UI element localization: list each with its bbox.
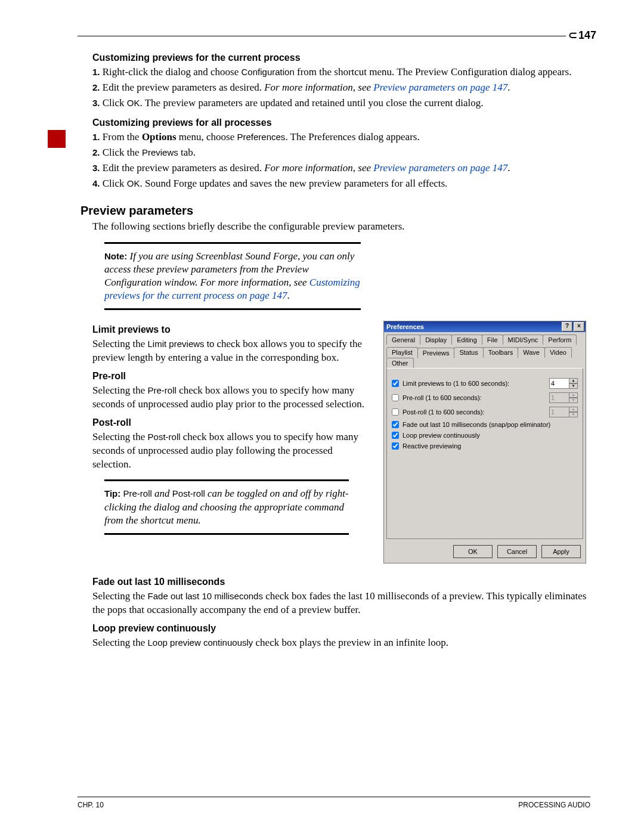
tab-other[interactable]: Other xyxy=(386,358,414,368)
dialog-tabs-row2: Playlist Previews Status Toolbars Wave V… xyxy=(384,345,586,368)
step-text: . xyxy=(507,82,510,93)
note-box: Note: If you are using Screenblast Sound… xyxy=(104,242,361,310)
checkbox-reactive[interactable] xyxy=(392,442,399,450)
heading-customize-all: Customizing previews for all processes xyxy=(92,117,590,128)
step-number: 1. xyxy=(92,67,100,77)
step-number: 3. xyxy=(92,98,100,108)
tab-perform[interactable]: Perform xyxy=(543,335,577,345)
step-text: menu, choose xyxy=(177,131,237,143)
heading-limit: Limit previews to xyxy=(92,324,373,335)
step-number: 1. xyxy=(92,132,100,142)
step-text: . The Preferences dialog appears. xyxy=(285,131,419,143)
step-text-italic: For more information, see xyxy=(264,162,373,174)
tab-editing[interactable]: Editing xyxy=(451,335,482,345)
spinner-preroll-value: ▲▼ xyxy=(549,392,578,403)
tab-file[interactable]: File xyxy=(482,335,503,345)
ui-label: Limit previews to xyxy=(148,339,215,349)
spin-down-icon: ▼ xyxy=(569,412,578,417)
body-text: Selecting the xyxy=(92,431,148,442)
page-footer: CHP. 10 PROCESSING AUDIO xyxy=(78,797,590,809)
step-item: 1. Right-click the dialog and choose Con… xyxy=(92,66,590,79)
input-limit-value[interactable] xyxy=(549,378,569,389)
tab-status[interactable]: Status xyxy=(454,347,483,358)
step-text: Edit the preview parameters as desired. xyxy=(103,162,264,174)
dialog-titlebar[interactable]: Preferences ? × xyxy=(384,321,586,332)
label-preroll: Pre-roll (1 to 600 seconds): xyxy=(402,394,482,401)
ui-label: OK xyxy=(127,98,140,108)
body-text: Selecting the xyxy=(92,637,148,648)
heading-loop: Loop preview continuously xyxy=(92,623,590,634)
close-button[interactable]: × xyxy=(574,322,584,332)
heading-customize-current: Customizing previews for the current pro… xyxy=(92,52,590,63)
heading-fade: Fade out last 10 milliseconds xyxy=(92,577,590,587)
ui-label: Preferences xyxy=(237,132,286,142)
top-rule xyxy=(78,36,596,36)
tab-wave[interactable]: Wave xyxy=(518,347,545,358)
preferences-dialog: Preferences ? × General Display Editing … xyxy=(383,321,586,563)
tab-previews[interactable]: Previews xyxy=(417,348,455,358)
steps-all: 1. From the Options menu, choose Prefere… xyxy=(92,131,590,191)
tab-general[interactable]: General xyxy=(386,335,420,345)
heading-postroll: Post-roll xyxy=(92,417,373,428)
body-text: Selecting the xyxy=(92,338,148,349)
ok-button[interactable]: OK xyxy=(453,545,493,558)
checkbox-postroll[interactable] xyxy=(392,408,399,416)
cross-ref-link[interactable]: Preview parameters xyxy=(373,162,455,174)
tab-display[interactable]: Display xyxy=(420,335,452,345)
step-text: . The preview parameters are updated and… xyxy=(140,97,484,109)
step-item: 3. Click OK. The preview parameters are … xyxy=(92,97,590,110)
chapter-thumbnail-icon xyxy=(48,130,66,148)
checkbox-loop-preview[interactable] xyxy=(392,432,399,439)
note-label: Note: xyxy=(104,251,127,261)
body-text: Selecting the xyxy=(92,590,148,602)
body-text: Selecting the xyxy=(92,385,148,396)
note-body: . xyxy=(287,290,289,301)
body-text: check box plays the preview in an infini… xyxy=(253,637,448,648)
tab-video[interactable]: Video xyxy=(544,347,572,358)
cancel-button[interactable]: Cancel xyxy=(497,545,537,558)
ui-label: Pre-roll xyxy=(123,488,151,498)
para-loop: Selecting the Loop preview continuously … xyxy=(92,636,590,650)
spin-down-icon[interactable]: ▼ xyxy=(569,383,578,389)
step-text: Click xyxy=(103,178,127,189)
step-text: Click xyxy=(103,97,127,109)
dialog-title: Preferences xyxy=(386,323,424,330)
intro-text: The following sections briefly describe … xyxy=(92,220,590,234)
checkbox-fade-out[interactable] xyxy=(392,421,399,428)
step-text: tab. xyxy=(178,147,196,158)
steps-current: 1. Right-click the dialog and choose Con… xyxy=(92,66,590,110)
cross-ref-link[interactable]: Preview parameters xyxy=(373,82,455,93)
cross-ref-link[interactable]: on page 147 xyxy=(455,82,507,93)
ui-label: Pre-roll xyxy=(148,385,177,395)
cross-ref-link[interactable]: on page 147 xyxy=(455,162,507,174)
step-text: from the shortcut menu. The Preview Conf… xyxy=(295,66,572,78)
tab-playlist[interactable]: Playlist xyxy=(386,347,418,358)
checkbox-limit-previews[interactable] xyxy=(392,380,399,387)
step-number: 4. xyxy=(92,178,100,188)
step-number: 3. xyxy=(92,163,100,173)
ui-label: Fade out last 10 milliseconds xyxy=(148,591,263,601)
para-fade: Selecting the Fade out last 10 milliseco… xyxy=(92,590,590,617)
checkbox-preroll[interactable] xyxy=(392,394,399,401)
ui-label: Post-roll xyxy=(148,432,181,442)
step-number: 2. xyxy=(92,82,100,92)
footer-section: PROCESSING AUDIO xyxy=(518,801,590,809)
tab-toolbars[interactable]: Toolbars xyxy=(483,347,519,358)
page-number-text: 147 xyxy=(578,29,596,42)
tip-label: Tip: xyxy=(104,488,120,498)
step-item: 3. Edit the preview parameters as desire… xyxy=(92,162,590,175)
spin-up-icon[interactable]: ▲ xyxy=(569,378,578,383)
cross-ref-link[interactable]: on page 147 xyxy=(234,290,287,301)
tab-midisync[interactable]: MIDI/Sync xyxy=(503,335,544,345)
help-button[interactable]: ? xyxy=(562,322,572,332)
spinner-limit-value[interactable]: ▲▼ xyxy=(549,378,578,389)
step-item: 2. Click the Previews tab. xyxy=(92,146,590,160)
tab-panel-previews: Limit previews to (1 to 600 seconds): ▲▼… xyxy=(386,368,583,539)
heading-preview-parameters: Preview parameters xyxy=(80,204,590,218)
input-postroll-value xyxy=(549,407,569,417)
apply-button[interactable]: Apply xyxy=(541,545,581,558)
step-text: Edit the preview parameters as desired. xyxy=(103,82,264,93)
spin-down-icon: ▼ xyxy=(569,398,578,403)
step-item: 1. From the Options menu, choose Prefere… xyxy=(92,131,590,144)
page-number: ⊂ 147 xyxy=(566,29,596,42)
